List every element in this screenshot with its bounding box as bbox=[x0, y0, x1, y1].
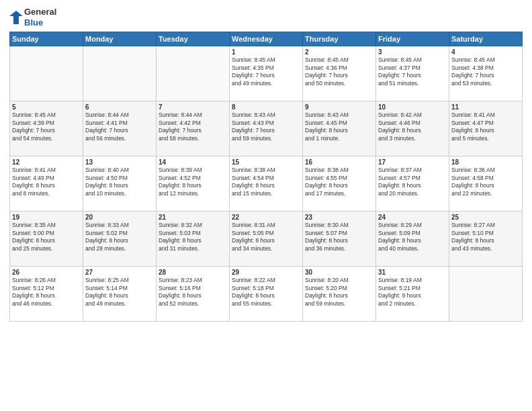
day-info: Sunrise: 8:22 AM Sunset: 5:18 PM Dayligh… bbox=[232, 277, 300, 308]
logo-bird-icon bbox=[9, 9, 23, 26]
day-number: 27 bbox=[85, 269, 154, 276]
day-number: 6 bbox=[85, 103, 154, 111]
day-info: Sunrise: 8:44 AM Sunset: 4:42 PM Dayligh… bbox=[159, 111, 227, 142]
day-info: Sunrise: 8:45 AM Sunset: 4:37 PM Dayligh… bbox=[378, 56, 447, 87]
weekday-header-monday: Monday bbox=[83, 32, 157, 46]
day-info: Sunrise: 8:33 AM Sunset: 5:02 PM Dayligh… bbox=[85, 222, 154, 253]
weekday-row: SundayMondayTuesdayWednesdayThursdayFrid… bbox=[10, 32, 523, 46]
day-number: 7 bbox=[159, 103, 227, 111]
day-cell: 30Sunrise: 8:20 AM Sunset: 5:20 PM Dayli… bbox=[303, 267, 376, 322]
day-number: 2 bbox=[305, 48, 373, 56]
day-info: Sunrise: 8:19 AM Sunset: 5:21 PM Dayligh… bbox=[378, 277, 447, 308]
day-cell: 20Sunrise: 8:33 AM Sunset: 5:02 PM Dayli… bbox=[83, 212, 157, 267]
day-info: Sunrise: 8:43 AM Sunset: 4:43 PM Dayligh… bbox=[232, 111, 300, 142]
day-info: Sunrise: 8:26 AM Sunset: 5:12 PM Dayligh… bbox=[12, 277, 81, 308]
day-info: Sunrise: 8:37 AM Sunset: 4:57 PM Dayligh… bbox=[378, 167, 447, 197]
day-info: Sunrise: 8:23 AM Sunset: 5:16 PM Dayligh… bbox=[159, 277, 227, 308]
day-info: Sunrise: 8:40 AM Sunset: 4:50 PM Dayligh… bbox=[85, 167, 154, 197]
day-info: Sunrise: 8:29 AM Sunset: 5:09 PM Dayligh… bbox=[378, 222, 447, 253]
day-info: Sunrise: 8:41 AM Sunset: 4:47 PM Dayligh… bbox=[451, 111, 520, 142]
day-cell: 2Sunrise: 8:45 AM Sunset: 4:36 PM Daylig… bbox=[303, 46, 376, 101]
day-cell: 22Sunrise: 8:31 AM Sunset: 5:05 PM Dayli… bbox=[230, 212, 303, 267]
day-number: 20 bbox=[85, 214, 154, 221]
logo-text: General Blue bbox=[24, 7, 56, 28]
day-number: 3 bbox=[378, 48, 447, 56]
day-cell: 14Sunrise: 8:39 AM Sunset: 4:52 PM Dayli… bbox=[157, 156, 230, 212]
week-row-5: 26Sunrise: 8:26 AM Sunset: 5:12 PM Dayli… bbox=[10, 267, 523, 322]
calendar-header: SundayMondayTuesdayWednesdayThursdayFrid… bbox=[10, 32, 523, 46]
logo: General Blue bbox=[9, 7, 56, 28]
day-number: 29 bbox=[232, 269, 300, 276]
day-cell: 19Sunrise: 8:35 AM Sunset: 5:00 PM Dayli… bbox=[10, 212, 83, 267]
logo-blue: Blue bbox=[24, 17, 56, 28]
day-info: Sunrise: 8:30 AM Sunset: 5:07 PM Dayligh… bbox=[305, 222, 373, 253]
calendar-page: General Blue SundayMondayTuesdayWednesda… bbox=[0, 0, 532, 411]
day-cell bbox=[157, 46, 230, 101]
day-number: 24 bbox=[378, 214, 447, 221]
day-cell: 31Sunrise: 8:19 AM Sunset: 5:21 PM Dayli… bbox=[376, 267, 449, 322]
day-cell: 17Sunrise: 8:37 AM Sunset: 4:57 PM Dayli… bbox=[376, 156, 449, 212]
day-cell bbox=[10, 46, 83, 101]
day-number: 25 bbox=[451, 214, 520, 221]
day-number: 17 bbox=[378, 158, 447, 166]
day-cell: 21Sunrise: 8:32 AM Sunset: 5:03 PM Dayli… bbox=[157, 212, 230, 267]
day-info: Sunrise: 8:25 AM Sunset: 5:14 PM Dayligh… bbox=[85, 277, 154, 308]
day-cell: 9Sunrise: 8:43 AM Sunset: 4:45 PM Daylig… bbox=[303, 101, 376, 156]
day-info: Sunrise: 8:44 AM Sunset: 4:41 PM Dayligh… bbox=[85, 111, 154, 142]
day-cell: 23Sunrise: 8:30 AM Sunset: 5:07 PM Dayli… bbox=[303, 212, 376, 267]
day-cell: 7Sunrise: 8:44 AM Sunset: 4:42 PM Daylig… bbox=[157, 101, 230, 156]
day-cell: 27Sunrise: 8:25 AM Sunset: 5:14 PM Dayli… bbox=[83, 267, 157, 322]
weekday-header-wednesday: Wednesday bbox=[230, 32, 303, 46]
day-number: 21 bbox=[159, 214, 227, 221]
day-number: 13 bbox=[85, 158, 154, 166]
day-info: Sunrise: 8:35 AM Sunset: 5:00 PM Dayligh… bbox=[12, 222, 81, 253]
day-number: 22 bbox=[232, 214, 300, 221]
weekday-header-thursday: Thursday bbox=[303, 32, 376, 46]
weekday-header-sunday: Sunday bbox=[10, 32, 83, 46]
day-cell bbox=[449, 267, 523, 322]
day-info: Sunrise: 8:27 AM Sunset: 5:10 PM Dayligh… bbox=[451, 222, 520, 253]
day-info: Sunrise: 8:45 AM Sunset: 4:36 PM Dayligh… bbox=[305, 56, 373, 87]
day-number: 16 bbox=[305, 158, 373, 166]
day-cell: 16Sunrise: 8:38 AM Sunset: 4:55 PM Dayli… bbox=[303, 156, 376, 212]
day-info: Sunrise: 8:38 AM Sunset: 4:55 PM Dayligh… bbox=[305, 167, 373, 197]
header: General Blue bbox=[9, 7, 523, 28]
day-info: Sunrise: 8:43 AM Sunset: 4:45 PM Dayligh… bbox=[305, 111, 373, 142]
day-info: Sunrise: 8:41 AM Sunset: 4:49 PM Dayligh… bbox=[12, 167, 81, 197]
day-info: Sunrise: 8:45 AM Sunset: 4:39 PM Dayligh… bbox=[12, 111, 81, 142]
week-row-2: 5Sunrise: 8:45 AM Sunset: 4:39 PM Daylig… bbox=[10, 101, 523, 156]
day-number: 8 bbox=[232, 103, 300, 111]
day-cell: 18Sunrise: 8:36 AM Sunset: 4:58 PM Dayli… bbox=[449, 156, 523, 212]
weekday-header-friday: Friday bbox=[376, 32, 449, 46]
day-number: 15 bbox=[232, 158, 300, 166]
day-number: 31 bbox=[378, 269, 447, 276]
day-cell: 11Sunrise: 8:41 AM Sunset: 4:47 PM Dayli… bbox=[449, 101, 523, 156]
day-cell: 10Sunrise: 8:42 AM Sunset: 4:46 PM Dayli… bbox=[376, 101, 449, 156]
day-cell: 13Sunrise: 8:40 AM Sunset: 4:50 PM Dayli… bbox=[83, 156, 157, 212]
day-cell: 24Sunrise: 8:29 AM Sunset: 5:09 PM Dayli… bbox=[376, 212, 449, 267]
day-info: Sunrise: 8:45 AM Sunset: 4:35 PM Dayligh… bbox=[232, 56, 300, 87]
day-number: 12 bbox=[12, 158, 81, 166]
day-cell: 29Sunrise: 8:22 AM Sunset: 5:18 PM Dayli… bbox=[230, 267, 303, 322]
day-number: 4 bbox=[451, 48, 520, 56]
day-info: Sunrise: 8:36 AM Sunset: 4:58 PM Dayligh… bbox=[451, 167, 520, 197]
day-number: 14 bbox=[159, 158, 227, 166]
day-number: 23 bbox=[305, 214, 373, 221]
day-info: Sunrise: 8:42 AM Sunset: 4:46 PM Dayligh… bbox=[378, 111, 447, 142]
day-number: 5 bbox=[12, 103, 81, 111]
day-cell: 15Sunrise: 8:38 AM Sunset: 4:54 PM Dayli… bbox=[230, 156, 303, 212]
day-cell: 26Sunrise: 8:26 AM Sunset: 5:12 PM Dayli… bbox=[10, 267, 83, 322]
day-cell: 6Sunrise: 8:44 AM Sunset: 4:41 PM Daylig… bbox=[83, 101, 157, 156]
day-number: 28 bbox=[159, 269, 227, 276]
day-info: Sunrise: 8:38 AM Sunset: 4:54 PM Dayligh… bbox=[232, 167, 300, 197]
svg-marker-0 bbox=[9, 11, 23, 24]
logo-container: General Blue bbox=[9, 7, 56, 28]
day-cell: 3Sunrise: 8:45 AM Sunset: 4:37 PM Daylig… bbox=[376, 46, 449, 101]
day-number: 10 bbox=[378, 103, 447, 111]
day-number: 19 bbox=[12, 214, 81, 221]
day-cell: 12Sunrise: 8:41 AM Sunset: 4:49 PM Dayli… bbox=[10, 156, 83, 212]
weekday-header-saturday: Saturday bbox=[449, 32, 523, 46]
week-row-3: 12Sunrise: 8:41 AM Sunset: 4:49 PM Dayli… bbox=[10, 156, 523, 212]
week-row-1: 1Sunrise: 8:45 AM Sunset: 4:35 PM Daylig… bbox=[10, 46, 523, 101]
calendar-body: 1Sunrise: 8:45 AM Sunset: 4:35 PM Daylig… bbox=[10, 46, 523, 322]
